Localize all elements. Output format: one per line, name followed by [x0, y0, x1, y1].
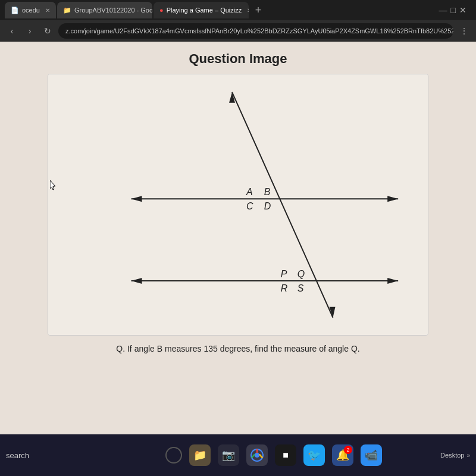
camera-icon[interactable]: 📷	[218, 444, 239, 466]
url-bar[interactable]: z.com/join/game/U2FsdGVkX187a4mGVcmsfssf…	[58, 23, 453, 39]
desktop-label[interactable]: Desktop	[440, 452, 464, 459]
address-bar: ‹ › ↻ z.com/join/game/U2FsdGVkX187a4mGVc…	[0, 20, 476, 42]
main-content: Question Image	[0, 42, 476, 434]
cortana-button[interactable]	[165, 447, 182, 464]
close-button[interactable]: ✕	[459, 5, 466, 15]
tab-ocedu[interactable]: 📄 ocedu ✕	[5, 2, 56, 18]
label-P: P	[281, 269, 287, 279]
taskbar: search 📁 📷 ■ 🐦	[0, 434, 476, 476]
tab-label: GroupABV10122020 - Google SI	[74, 7, 152, 14]
label-R: R	[281, 283, 288, 293]
label-B: B	[264, 187, 271, 197]
forward-button[interactable]: ›	[23, 24, 37, 38]
geometry-diagram: A B C D P Q R S	[48, 74, 428, 336]
zoom-icon[interactable]: 📹	[361, 444, 382, 466]
mouse-cursor	[50, 180, 57, 191]
tab-bar: 📄 ocedu ✕ 📁 GroupABV10122020 - Google SI…	[0, 0, 476, 20]
tab-label: Playing a Game – Quizizz	[167, 7, 242, 14]
tab-label: ocedu	[22, 7, 40, 14]
svg-point-11	[255, 453, 259, 458]
notification-icon[interactable]: 🔔 2	[332, 444, 353, 466]
search-area: search	[6, 451, 125, 460]
tab-close-icon[interactable]: ✕	[45, 7, 50, 14]
question-text: Q. If angle B measures 135 degrees, find…	[116, 344, 359, 353]
url-text: z.com/join/game/U2FsdGVkX187a4mGVcmsfssf…	[65, 27, 453, 35]
image-container: A B C D P Q R S	[48, 74, 428, 336]
label-Q: Q	[298, 269, 305, 279]
chrome-icon[interactable]	[246, 444, 268, 466]
back-button[interactable]: ‹	[5, 24, 19, 38]
maximize-button[interactable]: □	[451, 5, 456, 15]
label-C: C	[246, 201, 253, 211]
tab-icon: ●	[159, 7, 164, 14]
question-image-title: Question Image	[189, 51, 287, 67]
quiz-page: Question Image	[0, 42, 476, 434]
label-A: A	[246, 187, 253, 197]
svg-rect-0	[48, 74, 428, 336]
extensions-button[interactable]: ⋮	[457, 24, 471, 38]
minimize-button[interactable]: —	[439, 5, 447, 15]
tab-icon: 📁	[63, 7, 71, 14]
tab-close-icon[interactable]: ✕	[247, 7, 249, 14]
browser-chrome: 📄 ocedu ✕ 📁 GroupABV10122020 - Google SI…	[0, 0, 476, 42]
label-D: D	[264, 201, 271, 211]
tab-quizizz[interactable]: ● Playing a Game – Quizizz ✕	[154, 2, 249, 18]
tab-google[interactable]: 📁 GroupABV10122020 - Google SI ✕	[57, 2, 152, 18]
new-tab-button[interactable]: +	[250, 2, 267, 18]
taskbar-icons: 📁 📷 ■ 🐦 🔔 2	[125, 444, 422, 466]
roblox-icon[interactable]: ■	[275, 444, 296, 466]
taskbar-right: Desktop »	[422, 452, 470, 459]
file-explorer-icon[interactable]: 📁	[189, 444, 211, 466]
twitter-icon[interactable]: 🐦	[303, 444, 325, 466]
tab-icon: 📄	[11, 7, 19, 14]
search-text: search	[6, 451, 29, 460]
reload-button[interactable]: ↻	[40, 24, 55, 38]
label-S: S	[298, 283, 304, 293]
